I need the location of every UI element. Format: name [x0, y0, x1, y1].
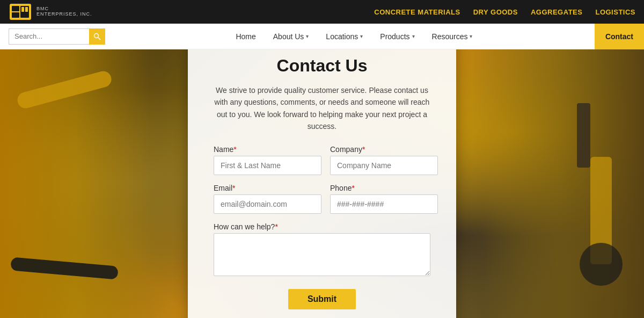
- svg-rect-5: [25, 7, 28, 12]
- company-input[interactable]: [330, 156, 438, 175]
- contact-form: Name* Company* Email*: [214, 145, 430, 309]
- submit-button[interactable]: Submit: [288, 289, 356, 309]
- search-button[interactable]: [89, 28, 105, 45]
- form-description: We strive to provide quality customer se…: [214, 84, 430, 133]
- topnav-concrete[interactable]: CONCRETE MATERIALS: [374, 8, 460, 16]
- contact-form-card: Contact Us We strive to provide quality …: [188, 49, 456, 318]
- top-navigation: CONCRETE MATERIALS DRY GOODS AGGREGATES …: [374, 8, 635, 16]
- top-bar: BMC ENTERPRISES, INC. CONCRETE MATERIALS…: [0, 0, 644, 24]
- name-input[interactable]: [214, 156, 321, 175]
- contact-button[interactable]: Contact: [595, 24, 644, 49]
- nav-home[interactable]: Home: [228, 24, 263, 49]
- email-field-group: Email*: [214, 184, 321, 214]
- logo-text: BMC ENTERPRISES, INC.: [36, 6, 92, 17]
- company-label: Company*: [330, 145, 438, 154]
- nav-locations[interactable]: Locations ▾: [318, 24, 370, 49]
- message-label: How can we help?*: [214, 222, 430, 231]
- chevron-down-icon: ▾: [306, 33, 309, 39]
- required-marker: *: [362, 145, 365, 154]
- email-input[interactable]: [214, 194, 321, 214]
- form-title: Contact Us: [214, 56, 430, 76]
- message-textarea[interactable]: [214, 233, 430, 276]
- nav-about[interactable]: About Us ▾: [266, 24, 317, 49]
- svg-rect-2: [12, 12, 19, 18]
- email-label: Email*: [214, 184, 321, 192]
- topnav-aggregates[interactable]: AGGREGATES: [531, 8, 583, 16]
- chevron-down-icon: ▾: [412, 33, 415, 39]
- chevron-down-icon: ▾: [470, 33, 472, 39]
- required-marker: *: [233, 145, 236, 154]
- company-field-group: Company*: [330, 145, 438, 175]
- topnav-logistics[interactable]: LOGISTICS: [595, 8, 635, 16]
- svg-rect-4: [21, 7, 24, 12]
- nav-links: Home About Us ▾ Locations ▾ Products ▾ R…: [114, 24, 595, 49]
- required-marker: *: [352, 184, 354, 192]
- phone-input[interactable]: [330, 194, 438, 214]
- search-area: [0, 28, 114, 45]
- search-input[interactable]: [9, 28, 89, 45]
- svg-rect-1: [12, 6, 19, 11]
- logo[interactable]: BMC ENTERPRISES, INC.: [9, 3, 92, 21]
- nav-products[interactable]: Products ▾: [372, 24, 422, 49]
- search-icon: [93, 33, 101, 40]
- chevron-down-icon: ▾: [360, 33, 363, 39]
- svg-point-6: [94, 33, 99, 38]
- phone-field-group: Phone*: [330, 184, 438, 214]
- nav-resources[interactable]: Resources ▾: [425, 24, 480, 49]
- phone-label: Phone*: [330, 184, 438, 192]
- message-field-group: How can we help?*: [214, 222, 430, 278]
- name-label: Name*: [214, 145, 321, 154]
- logo-icon: [9, 3, 32, 21]
- required-marker: *: [232, 184, 235, 192]
- hero-section: Contact Us We strive to provide quality …: [0, 49, 644, 318]
- svg-line-7: [98, 37, 101, 40]
- required-marker: *: [275, 222, 277, 231]
- topnav-drygoods[interactable]: DRY GOODS: [473, 8, 518, 16]
- form-row-2: Email* Phone*: [214, 184, 430, 214]
- form-row-1: Name* Company*: [214, 145, 430, 175]
- name-field-group: Name*: [214, 145, 321, 175]
- main-navigation: Home About Us ▾ Locations ▾ Products ▾ R…: [0, 24, 644, 49]
